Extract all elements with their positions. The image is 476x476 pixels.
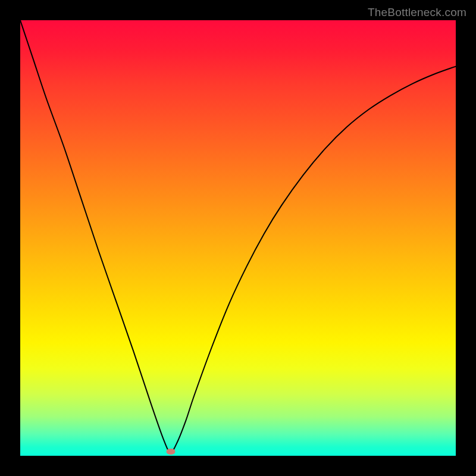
bottleneck-curve: [20, 20, 456, 456]
watermark-text: TheBottleneck.com: [368, 6, 466, 19]
chart-stage: TheBottleneck.com: [0, 0, 476, 476]
minimum-marker: [166, 449, 175, 455]
plot-area: [20, 20, 456, 456]
